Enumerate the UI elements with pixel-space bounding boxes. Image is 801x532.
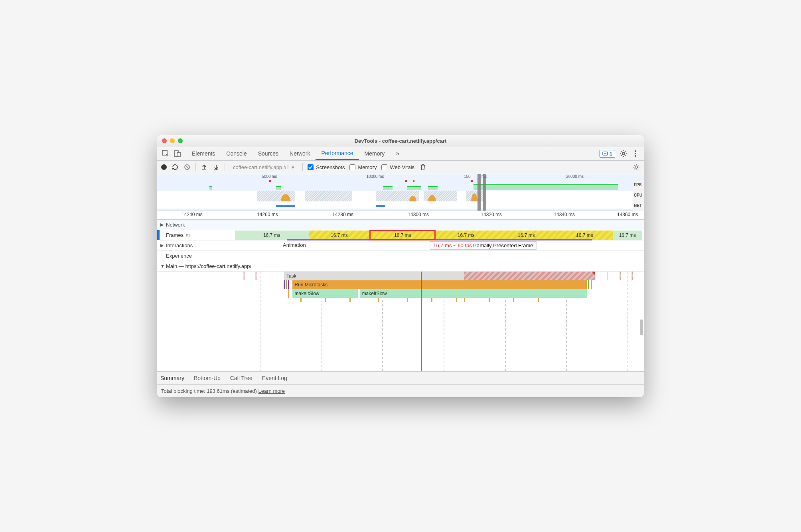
flame-chart[interactable]: Task Run Microtasks	[157, 272, 644, 371]
tab-performance[interactable]: Performance	[316, 147, 359, 160]
svg-point-6	[622, 152, 625, 155]
recording-dropdown[interactable]: coffee-cart.netlify.app #1 ▾	[230, 164, 298, 170]
details-tab-summary[interactable]: Summary	[160, 375, 184, 381]
svg-point-7	[635, 150, 636, 152]
tab-sources[interactable]: Sources	[253, 147, 284, 160]
main-track-header[interactable]: ▼Main — https://coffee-cart.netlify.app/	[157, 261, 644, 272]
svg-point-14	[635, 166, 637, 168]
flame-task[interactable]: Task	[284, 272, 595, 280]
footer: Total blocking time: 193.61ms (estimated…	[157, 385, 644, 397]
svg-line-11	[185, 166, 189, 169]
frame-cell[interactable]: 16.7 ms	[556, 231, 614, 240]
tab-console[interactable]: Console	[221, 147, 252, 160]
issues-badge[interactable]: 1	[600, 150, 615, 158]
issues-count: 1	[610, 151, 612, 157]
disclosure-icon[interactable]: ▶	[160, 222, 164, 227]
disclosure-icon[interactable]: ▶	[160, 243, 164, 248]
overview-tick: 150	[464, 174, 471, 179]
frame-tooltip: 16.7 ms ~ 60 fps Partially Presented Fra…	[430, 241, 537, 250]
settings-icon[interactable]	[620, 150, 627, 157]
frames-track[interactable]: Frames ns 16.7 ms 16.7 ms 16.7 ms 16.7 m…	[157, 230, 644, 240]
interactions-track[interactable]: ▶Interactions Animation	[157, 240, 644, 251]
disclosure-icon[interactable]: ▼	[160, 264, 164, 268]
clear-icon[interactable]	[183, 164, 191, 171]
network-track[interactable]: ▶Network	[157, 220, 644, 230]
overview-tick: 10000 ms	[366, 174, 384, 179]
svg-point-8	[635, 153, 636, 154]
timeline-ruler[interactable]: 14240 ms 14260 ms 14280 ms 14300 ms 1432…	[157, 211, 644, 220]
frame-cell[interactable]: 16.7 ms	[309, 231, 370, 240]
svg-rect-3	[603, 152, 608, 155]
frame-cell-selected[interactable]: 16.7 ms	[370, 231, 435, 240]
perf-toolbar: coffee-cart.netlify.app #1 ▾ Screenshots…	[157, 161, 644, 174]
device-toggle-icon[interactable]	[174, 150, 181, 157]
flame-function[interactable]: makeItSlow	[292, 289, 358, 298]
reload-icon[interactable]	[172, 164, 179, 171]
flame-microtasks[interactable]: Run Microtasks	[292, 280, 587, 289]
frame-cell[interactable]: 16.7 ms	[435, 231, 497, 240]
tracks-area: ▶Network Frames ns 16.7 ms 16.7 ms 16.7 …	[157, 220, 644, 371]
svg-point-9	[635, 155, 636, 157]
upload-icon[interactable]	[201, 164, 208, 171]
playhead[interactable]	[421, 272, 422, 371]
webvitals-checkbox[interactable]: Web Vitals	[381, 164, 414, 170]
frame-cell[interactable]: 16.7 ms	[497, 231, 556, 240]
overview-selection-handle[interactable]	[483, 174, 486, 211]
window-title: DevTools - coffee-cart.netlify.app/cart	[157, 138, 644, 144]
overview-fps-label: FPS	[633, 180, 644, 190]
main-tabs-bar: ElementsConsoleSourcesNetworkPerformance…	[157, 147, 644, 161]
learn-more-link[interactable]: Learn more	[258, 388, 285, 394]
inspect-icon[interactable]	[162, 150, 169, 157]
kebab-menu-icon[interactable]	[632, 150, 639, 157]
overview-tick: 20000 ms	[566, 174, 584, 179]
chevron-down-icon: ▾	[292, 164, 294, 170]
scrollbar-thumb[interactable]	[640, 319, 643, 335]
titlebar: DevTools - coffee-cart.netlify.app/cart	[157, 135, 644, 147]
tab-memory[interactable]: Memory	[359, 147, 391, 160]
details-tab-event-log[interactable]: Event Log	[262, 375, 287, 381]
frame-cell[interactable]: 16.7 ms	[613, 231, 642, 240]
trash-icon[interactable]	[419, 164, 426, 171]
tab-elements[interactable]: Elements	[186, 147, 221, 160]
details-tab-call-tree[interactable]: Call Tree	[230, 375, 253, 381]
overview-cpu-label: CPU	[633, 190, 644, 201]
details-tab-bottom-up[interactable]: Bottom-Up	[194, 375, 221, 381]
frame-cell[interactable]: 16.7 ms	[235, 231, 309, 240]
memory-checkbox[interactable]: Memory	[349, 164, 377, 170]
interaction-label: Animation	[283, 242, 306, 248]
overview-selection-handle[interactable]	[477, 174, 481, 211]
experience-track[interactable]: Experience	[157, 251, 644, 261]
overview-net-label: NET	[633, 201, 644, 211]
details-tabs: SummaryBottom-UpCall TreeEvent Log	[157, 371, 644, 385]
overview-tick: 5000 ms	[262, 174, 277, 179]
svg-rect-2	[177, 152, 180, 157]
tab-network[interactable]: Network	[284, 147, 316, 160]
download-icon[interactable]	[213, 164, 220, 171]
screenshots-checkbox[interactable]: Screenshots	[308, 164, 345, 170]
devtools-window: DevTools - coffee-cart.netlify.app/cart …	[157, 135, 644, 397]
overview-pane[interactable]: 5000 ms 10000 ms 150 ms 20000 ms	[157, 174, 644, 211]
panel-settings-icon[interactable]	[633, 164, 640, 171]
more-tabs-button[interactable]: »	[390, 147, 405, 160]
flame-function[interactable]: makeItSlow	[360, 289, 587, 298]
record-button[interactable]	[161, 164, 167, 170]
